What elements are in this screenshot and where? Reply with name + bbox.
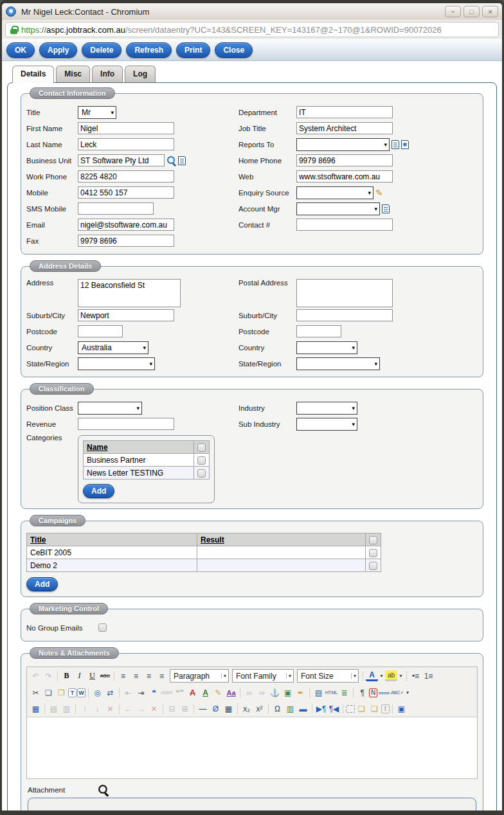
fullscreen-icon[interactable]: ▣ <box>395 703 408 715</box>
minimize-button[interactable]: − <box>445 6 461 17</box>
ltr-icon[interactable]: ▶¶ <box>315 703 327 715</box>
first-name-input[interactable] <box>78 122 174 134</box>
nonbreaking-icon[interactable]: N <box>369 688 377 697</box>
web-input[interactable] <box>296 170 393 183</box>
contact-number-input[interactable] <box>296 219 393 231</box>
refresh-button[interactable]: Refresh <box>126 42 172 58</box>
advanced-hr-icon[interactable]: ▬ <box>297 703 309 715</box>
text-color-caret-icon[interactable]: ▾ <box>379 670 384 682</box>
campaign-row-checkbox[interactable] <box>369 549 377 557</box>
media-icon[interactable]: ▥ <box>284 703 296 715</box>
edit-pencil-icon[interactable]: ✎ <box>375 188 383 198</box>
outdent-icon[interactable]: ⇤ <box>122 686 134 699</box>
quotes-icon[interactable]: ❝❞ <box>174 686 186 699</box>
highlight-color-icon[interactable]: ab <box>385 670 397 681</box>
delete-row-icon[interactable]: ✕ <box>104 703 116 715</box>
font-family-select[interactable]: Font Family▾ <box>232 669 294 683</box>
text-color-icon[interactable]: A <box>366 670 378 681</box>
work-phone-input[interactable] <box>78 170 174 183</box>
visual-aid-icon[interactable]: ▦ <box>222 703 235 715</box>
insert-layer-icon[interactable]: t <box>381 704 390 713</box>
editor-content[interactable] <box>27 717 477 778</box>
italic-icon[interactable]: I <box>73 670 86 682</box>
revenue-input[interactable] <box>78 418 174 430</box>
superscript-icon[interactable]: x² <box>253 703 266 715</box>
font-size-select[interactable]: Font Size▾ <box>297 669 359 683</box>
select-all-checkbox[interactable] <box>369 536 377 544</box>
maximize-button[interactable]: □ <box>464 6 480 17</box>
insert-row-after-icon[interactable]: ↓ <box>91 703 104 715</box>
highlight-color-caret-icon[interactable]: ▾ <box>398 670 404 682</box>
home-phone-input[interactable] <box>296 154 393 166</box>
ssl-lock-icon[interactable] <box>10 26 17 34</box>
document-icon[interactable] <box>382 204 390 213</box>
address-bar[interactable]: https :// aspc.jobtrack.com.au /screen/d… <box>5 22 499 37</box>
address-textarea[interactable]: 12 Beaconsfield St <box>78 279 181 307</box>
bullet-list-icon[interactable]: •≡ <box>410 670 422 682</box>
postal-postcode-input[interactable] <box>296 325 341 337</box>
strikethrough-icon[interactable]: ABC <box>99 670 111 682</box>
fax-input[interactable] <box>78 235 174 247</box>
industry-select[interactable]: ▾ <box>296 402 357 415</box>
attributes-icon[interactable]: ✎ <box>212 686 224 699</box>
suburb-input[interactable] <box>78 309 174 321</box>
apply-button[interactable]: Apply <box>39 42 77 58</box>
redo-icon[interactable]: ↷ <box>42 670 55 682</box>
special-char-icon[interactable]: Ω <box>271 703 284 715</box>
spellcheck-caret-icon[interactable]: ▾ <box>404 686 410 699</box>
align-justify-icon[interactable]: ≡ <box>156 670 168 682</box>
layer-backward-icon[interactable]: ❏ <box>368 703 381 715</box>
html-source-icon[interactable]: HTML <box>325 686 338 699</box>
document-icon[interactable] <box>178 156 186 165</box>
postcode-input[interactable] <box>78 325 123 337</box>
rtl-icon[interactable]: ¶◀ <box>328 703 340 715</box>
deleted-text-icon[interactable]: A <box>186 686 199 699</box>
tab-info[interactable]: Info <box>92 66 123 82</box>
position-class-select[interactable]: ▾ <box>78 402 142 415</box>
add-category-button[interactable]: Add <box>83 484 114 498</box>
postal-country-select[interactable]: ▾ <box>296 341 357 354</box>
spellcheck-icon[interactable]: ABC✓ <box>391 686 404 699</box>
cleanup-icon[interactable]: ✒ <box>294 686 307 699</box>
find-icon[interactable]: ◎ <box>91 686 104 699</box>
paste-text-icon[interactable]: T <box>68 688 76 697</box>
close-button[interactable]: × <box>482 6 498 17</box>
delete-col-icon[interactable]: ✕ <box>148 703 160 715</box>
preview-icon[interactable]: ▤ <box>312 686 325 699</box>
page-break-icon[interactable]: ══ <box>378 686 390 699</box>
delete-button[interactable]: Delete <box>82 42 122 58</box>
postal-address-textarea[interactable] <box>296 279 393 307</box>
print-button[interactable]: Print <box>176 42 210 58</box>
tab-log[interactable]: Log <box>125 66 156 82</box>
insert-col-before-icon[interactable]: ← <box>122 703 134 715</box>
inserted-text-icon[interactable]: A <box>199 686 212 699</box>
print-icon[interactable]: ≣ <box>338 686 350 699</box>
indent-icon[interactable]: ⇥ <box>135 686 147 699</box>
align-center-icon[interactable]: ≡ <box>130 670 142 682</box>
job-title-input[interactable] <box>296 122 393 134</box>
category-row-checkbox[interactable] <box>197 456 206 465</box>
table-row-props-icon[interactable]: ▤ <box>48 703 60 715</box>
attachment-search-icon[interactable] <box>98 784 109 795</box>
subscript-icon[interactable]: x₂ <box>240 703 253 715</box>
ok-button[interactable]: OK <box>6 42 35 58</box>
new-document-icon[interactable] <box>401 140 409 149</box>
style-props-icon[interactable]: Aa <box>225 686 237 699</box>
tab-misc[interactable]: Misc <box>56 66 90 82</box>
underline-icon[interactable]: U <box>86 670 98 682</box>
sms-mobile-input[interactable] <box>78 202 154 215</box>
email-input[interactable] <box>78 219 174 231</box>
tab-details[interactable]: Details <box>12 66 54 83</box>
cut-icon[interactable]: ✂ <box>30 686 42 699</box>
business-unit-input[interactable] <box>78 154 165 166</box>
unlink-icon[interactable]: ∞ <box>256 686 268 699</box>
align-right-icon[interactable]: ≡ <box>143 670 155 682</box>
sub-industry-select[interactable]: ▾ <box>296 418 357 431</box>
paste-icon[interactable]: ❐ <box>55 686 68 699</box>
title-select[interactable]: Mr▾ <box>78 106 116 119</box>
blockquote-icon[interactable]: ❝ <box>148 686 160 699</box>
bold-icon[interactable]: B <box>60 670 73 682</box>
copy-icon[interactable]: ❏ <box>42 686 55 699</box>
document-icon[interactable] <box>392 140 399 149</box>
undo-icon[interactable]: ↶ <box>30 670 42 682</box>
